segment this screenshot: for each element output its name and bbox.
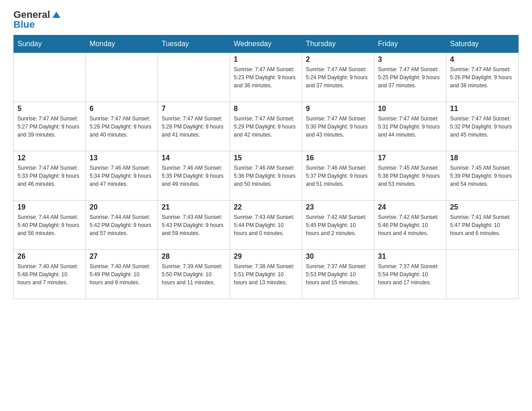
calendar-cell: 8Sunrise: 7:47 AM Sunset: 5:29 PM Daylig… [230,102,302,151]
day-info: Sunrise: 7:47 AM Sunset: 5:31 PM Dayligh… [378,115,442,139]
day-info: Sunrise: 7:38 AM Sunset: 5:51 PM Dayligh… [234,262,298,287]
day-info: Sunrise: 7:43 AM Sunset: 5:43 PM Dayligh… [162,213,226,237]
day-number: 28 [162,253,226,261]
calendar-cell: 28Sunrise: 7:39 AM Sunset: 5:50 PM Dayli… [158,250,230,299]
day-info: Sunrise: 7:47 AM Sunset: 5:25 PM Dayligh… [378,65,442,90]
day-info: Sunrise: 7:46 AM Sunset: 5:35 PM Dayligh… [162,164,226,188]
day-number: 18 [450,154,515,162]
day-number: 1 [234,56,298,64]
header-day-tuesday: Tuesday [158,35,230,53]
calendar-cell: 20Sunrise: 7:44 AM Sunset: 5:42 PM Dayli… [86,201,158,250]
day-number: 2 [306,56,370,64]
day-info: Sunrise: 7:47 AM Sunset: 5:32 PM Dayligh… [450,115,515,139]
calendar-cell: 3Sunrise: 7:47 AM Sunset: 5:25 PM Daylig… [374,53,446,102]
calendar-cell: 21Sunrise: 7:43 AM Sunset: 5:43 PM Dayli… [158,201,230,250]
day-info: Sunrise: 7:37 AM Sunset: 5:54 PM Dayligh… [378,262,442,287]
week-row-3: 12Sunrise: 7:47 AM Sunset: 5:33 PM Dayli… [14,151,519,201]
calendar-cell: 1Sunrise: 7:47 AM Sunset: 5:23 PM Daylig… [230,53,302,102]
day-info: Sunrise: 7:47 AM Sunset: 5:26 PM Dayligh… [450,65,515,90]
header-day-wednesday: Wednesday [230,35,302,53]
day-number: 20 [90,203,154,211]
calendar-cell: 30Sunrise: 7:37 AM Sunset: 5:53 PM Dayli… [302,250,374,299]
calendar-cell: 6Sunrise: 7:47 AM Sunset: 5:28 PM Daylig… [86,102,158,151]
calendar-table: SundayMondayTuesdayWednesdayThursdayFrid… [13,35,519,299]
day-number: 19 [17,203,82,211]
calendar-cell: 29Sunrise: 7:38 AM Sunset: 5:51 PM Dayli… [230,250,302,299]
calendar-cell: 12Sunrise: 7:47 AM Sunset: 5:33 PM Dayli… [14,151,86,201]
day-number: 13 [90,154,154,162]
calendar-cell: 4Sunrise: 7:47 AM Sunset: 5:26 PM Daylig… [446,53,519,102]
calendar-cell: 10Sunrise: 7:47 AM Sunset: 5:31 PM Dayli… [374,102,446,151]
day-info: Sunrise: 7:47 AM Sunset: 5:30 PM Dayligh… [306,115,370,139]
day-info: Sunrise: 7:40 AM Sunset: 5:48 PM Dayligh… [17,262,82,287]
day-info: Sunrise: 7:44 AM Sunset: 5:42 PM Dayligh… [90,213,154,237]
calendar-cell: 13Sunrise: 7:46 AM Sunset: 5:34 PM Dayli… [86,151,158,201]
day-number: 8 [234,105,298,113]
day-info: Sunrise: 7:45 AM Sunset: 5:39 PM Dayligh… [450,164,515,188]
header-day-saturday: Saturday [446,35,519,53]
day-number: 25 [450,203,515,211]
day-info: Sunrise: 7:47 AM Sunset: 5:24 PM Dayligh… [306,65,370,90]
page-header: General Blue [13,9,519,30]
calendar-cell: 5Sunrise: 7:47 AM Sunset: 5:27 PM Daylig… [14,102,86,151]
day-info: Sunrise: 7:45 AM Sunset: 5:38 PM Dayligh… [378,164,442,188]
calendar-cell: 2Sunrise: 7:47 AM Sunset: 5:24 PM Daylig… [302,53,374,102]
day-number: 17 [378,154,442,162]
calendar-cell [86,53,158,102]
day-number: 10 [378,105,442,113]
calendar-cell: 16Sunrise: 7:46 AM Sunset: 5:37 PM Dayli… [302,151,374,201]
day-info: Sunrise: 7:43 AM Sunset: 5:44 PM Dayligh… [234,213,298,237]
day-info: Sunrise: 7:40 AM Sunset: 5:49 PM Dayligh… [90,262,154,287]
day-info: Sunrise: 7:46 AM Sunset: 5:36 PM Dayligh… [234,164,298,188]
calendar-cell: 14Sunrise: 7:46 AM Sunset: 5:35 PM Dayli… [158,151,230,201]
day-number: 16 [306,154,370,162]
logo: General Blue [13,9,61,30]
day-info: Sunrise: 7:47 AM Sunset: 5:27 PM Dayligh… [17,115,82,139]
day-info: Sunrise: 7:42 AM Sunset: 5:45 PM Dayligh… [306,213,370,237]
svg-marker-0 [52,12,60,18]
day-number: 14 [162,154,226,162]
logo-blue-text: Blue [13,19,35,30]
header-day-thursday: Thursday [302,35,374,53]
day-number: 12 [17,154,82,162]
day-number: 30 [306,253,370,261]
day-number: 7 [162,105,226,113]
header-row: SundayMondayTuesdayWednesdayThursdayFrid… [14,35,519,53]
calendar-body: 1Sunrise: 7:47 AM Sunset: 5:23 PM Daylig… [14,53,519,299]
logo-triangle-icon [51,11,61,19]
day-info: Sunrise: 7:46 AM Sunset: 5:34 PM Dayligh… [90,164,154,188]
day-number: 24 [378,203,442,211]
calendar-cell: 24Sunrise: 7:42 AM Sunset: 5:46 PM Dayli… [374,201,446,250]
day-info: Sunrise: 7:47 AM Sunset: 5:28 PM Dayligh… [162,115,226,139]
day-info: Sunrise: 7:47 AM Sunset: 5:29 PM Dayligh… [234,115,298,139]
day-info: Sunrise: 7:42 AM Sunset: 5:46 PM Dayligh… [378,213,442,237]
day-info: Sunrise: 7:44 AM Sunset: 5:40 PM Dayligh… [17,213,82,237]
day-info: Sunrise: 7:39 AM Sunset: 5:50 PM Dayligh… [162,262,226,287]
calendar-cell [446,250,519,299]
calendar-cell: 19Sunrise: 7:44 AM Sunset: 5:40 PM Dayli… [14,201,86,250]
week-row-1: 1Sunrise: 7:47 AM Sunset: 5:23 PM Daylig… [14,53,519,102]
day-number: 21 [162,203,226,211]
calendar-cell: 22Sunrise: 7:43 AM Sunset: 5:44 PM Dayli… [230,201,302,250]
header-day-sunday: Sunday [14,35,86,53]
day-number: 5 [17,105,82,113]
day-info: Sunrise: 7:46 AM Sunset: 5:37 PM Dayligh… [306,164,370,188]
calendar-cell [158,53,230,102]
week-row-2: 5Sunrise: 7:47 AM Sunset: 5:27 PM Daylig… [14,102,519,151]
header-day-friday: Friday [374,35,446,53]
header-day-monday: Monday [86,35,158,53]
calendar-cell: 31Sunrise: 7:37 AM Sunset: 5:54 PM Dayli… [374,250,446,299]
day-number: 29 [234,253,298,261]
calendar-cell: 23Sunrise: 7:42 AM Sunset: 5:45 PM Dayli… [302,201,374,250]
day-number: 11 [450,105,515,113]
week-row-5: 26Sunrise: 7:40 AM Sunset: 5:48 PM Dayli… [14,250,519,299]
calendar-cell: 26Sunrise: 7:40 AM Sunset: 5:48 PM Dayli… [14,250,86,299]
day-number: 22 [234,203,298,211]
calendar-cell: 9Sunrise: 7:47 AM Sunset: 5:30 PM Daylig… [302,102,374,151]
day-info: Sunrise: 7:47 AM Sunset: 5:33 PM Dayligh… [17,164,82,188]
calendar-cell: 11Sunrise: 7:47 AM Sunset: 5:32 PM Dayli… [446,102,519,151]
calendar-cell: 17Sunrise: 7:45 AM Sunset: 5:38 PM Dayli… [374,151,446,201]
day-info: Sunrise: 7:47 AM Sunset: 5:23 PM Dayligh… [234,65,298,90]
day-number: 27 [90,253,154,261]
calendar-cell: 15Sunrise: 7:46 AM Sunset: 5:36 PM Dayli… [230,151,302,201]
